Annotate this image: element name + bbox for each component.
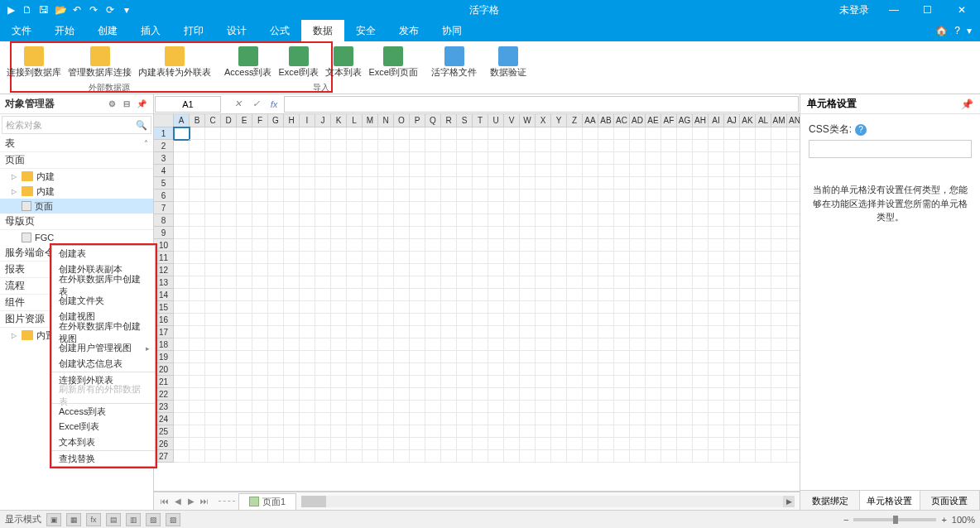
cell[interactable] [315, 326, 331, 338]
formula-input[interactable] [284, 96, 799, 113]
cell[interactable] [756, 363, 771, 376]
cell[interactable] [457, 376, 473, 388]
cell[interactable] [300, 165, 315, 177]
cell[interactable] [709, 252, 724, 264]
scroll-right-icon[interactable]: ▶ [783, 496, 795, 507]
cell[interactable] [284, 190, 300, 202]
cell[interactable] [315, 165, 331, 177]
cell[interactable] [174, 450, 190, 463]
row-header[interactable]: 12 [154, 264, 174, 276]
cell[interactable] [771, 252, 787, 264]
cell[interactable] [724, 425, 740, 438]
cell[interactable] [630, 127, 646, 140]
cell[interactable] [567, 450, 583, 463]
cell[interactable] [583, 140, 598, 152]
cell[interactable] [724, 190, 740, 202]
cell[interactable] [363, 152, 378, 165]
column-header[interactable]: U [488, 114, 504, 127]
cell[interactable] [221, 401, 237, 413]
row-header[interactable]: 3 [154, 152, 174, 165]
cell[interactable] [394, 314, 410, 326]
cell[interactable] [771, 338, 787, 351]
cell[interactable] [693, 127, 709, 140]
cell[interactable] [331, 214, 347, 227]
cell[interactable] [190, 301, 205, 314]
cell[interactable] [315, 252, 331, 264]
cell[interactable] [363, 140, 378, 152]
cell[interactable] [536, 202, 551, 214]
cell[interactable] [221, 338, 237, 351]
cell[interactable] [709, 202, 724, 214]
cell[interactable] [646, 127, 661, 140]
cell[interactable] [378, 351, 394, 363]
column-header[interactable]: AI [709, 114, 724, 127]
cell[interactable] [347, 401, 363, 413]
cell[interactable] [646, 214, 661, 227]
cell[interactable] [237, 301, 252, 314]
cell[interactable] [252, 177, 268, 190]
cell[interactable] [284, 363, 300, 376]
column-header[interactable]: L [347, 114, 363, 127]
cell[interactable] [504, 401, 520, 413]
row-header[interactable]: 25 [154, 425, 174, 438]
sheet-nav-next[interactable]: ▶ [185, 497, 197, 506]
cell[interactable] [504, 214, 520, 227]
cell[interactable] [473, 425, 488, 438]
cell[interactable] [394, 289, 410, 301]
column-header[interactable]: E [237, 114, 252, 127]
cell[interactable] [693, 202, 709, 214]
cell[interactable] [378, 314, 394, 326]
cell[interactable] [221, 202, 237, 214]
context-menu-item-0[interactable]: 创建表 [52, 246, 155, 262]
cell[interactable] [598, 127, 614, 140]
cell[interactable] [567, 239, 583, 252]
context-menu-item-7[interactable]: 创建状态信息表 [52, 356, 155, 372]
sheet-tab-page1[interactable]: 页面1 [238, 493, 296, 510]
cell[interactable] [771, 376, 787, 388]
cell[interactable] [614, 202, 630, 214]
row-header[interactable]: 1 [154, 127, 174, 140]
cell[interactable] [347, 227, 363, 239]
cell[interactable] [410, 127, 425, 140]
cell[interactable] [190, 450, 205, 463]
cell[interactable] [756, 127, 771, 140]
cell[interactable] [221, 413, 237, 425]
cell[interactable] [488, 425, 504, 438]
cell[interactable] [567, 202, 583, 214]
cell[interactable] [378, 376, 394, 388]
cell[interactable] [677, 351, 693, 363]
cell[interactable] [787, 338, 800, 351]
cell[interactable] [190, 289, 205, 301]
cell[interactable] [457, 276, 473, 289]
cell[interactable] [378, 289, 394, 301]
cell[interactable] [724, 301, 740, 314]
cell[interactable] [536, 289, 551, 301]
cell[interactable] [190, 214, 205, 227]
cell[interactable] [441, 190, 457, 202]
cell[interactable] [630, 450, 646, 463]
cell[interactable] [284, 413, 300, 425]
cell[interactable] [300, 314, 315, 326]
cell[interactable] [536, 326, 551, 338]
cell[interactable] [221, 214, 237, 227]
cell[interactable] [677, 363, 693, 376]
cell[interactable] [787, 177, 800, 190]
cell[interactable] [661, 338, 677, 351]
cell[interactable] [205, 388, 221, 401]
cell[interactable] [551, 264, 567, 276]
cell[interactable] [190, 202, 205, 214]
cell[interactable] [567, 438, 583, 450]
cell[interactable] [630, 363, 646, 376]
cell[interactable] [536, 401, 551, 413]
cell[interactable] [583, 190, 598, 202]
column-header[interactable]: O [394, 114, 410, 127]
cell[interactable] [347, 314, 363, 326]
tree-item-fgc[interactable]: FGC [0, 230, 153, 245]
cell[interactable] [740, 314, 756, 326]
cell[interactable] [190, 239, 205, 252]
cell[interactable] [473, 314, 488, 326]
cell[interactable] [583, 363, 598, 376]
cell[interactable] [709, 289, 724, 301]
cell[interactable] [347, 140, 363, 152]
cell[interactable] [363, 376, 378, 388]
